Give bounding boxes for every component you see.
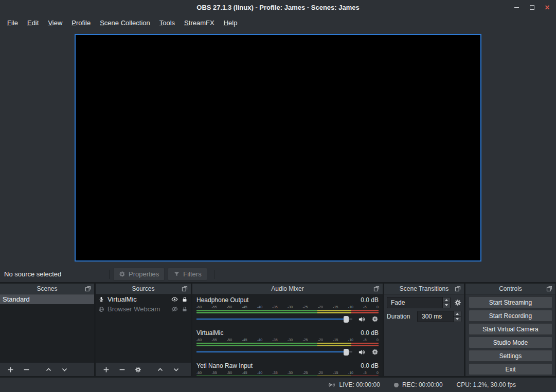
gear-icon[interactable] [371, 315, 379, 323]
move-source-up-button[interactable] [154, 364, 166, 375]
no-source-label: No source selected [4, 270, 105, 278]
audio-mixer-dock: Audio Mixer Headphone Output 0.0 dB -60-… [192, 284, 383, 376]
move-scene-up-button[interactable] [43, 364, 54, 375]
slider-handle[interactable] [344, 316, 349, 323]
popout-icon[interactable] [373, 286, 380, 292]
minus-icon [23, 366, 30, 373]
plus-icon [103, 366, 110, 373]
toolbar-divider [109, 270, 110, 279]
sources-dock-header: Sources [96, 284, 191, 294]
chevron-up-icon [45, 366, 52, 373]
close-button[interactable]: × [544, 4, 551, 11]
window-controls: × [513, 0, 551, 15]
cpu-fps-text: CPU: 1.2%, 30.00 fps [457, 381, 516, 388]
rec-time: REC: 00:00:00 [402, 381, 443, 388]
spinbox-arrows [453, 311, 461, 322]
chevron-up-icon [157, 366, 164, 373]
level-meter [196, 312, 379, 313]
duration-spinbox[interactable]: 300 ms [417, 311, 461, 322]
channel-header: Headphone Output 0.0 dB [196, 296, 379, 304]
start-recording-button[interactable]: Start Recording [469, 310, 552, 322]
duration-label: Duration [387, 313, 414, 320]
cpu-status: CPU: 1.2%, 30.00 fps [457, 381, 516, 388]
popout-icon[interactable] [455, 286, 461, 292]
menu-profile[interactable]: Profile [67, 16, 95, 29]
volume-slider[interactable] [196, 316, 352, 323]
add-scene-button[interactable] [5, 364, 16, 375]
popout-icon[interactable] [182, 286, 188, 292]
source-item-browser-webcam[interactable]: Browser Webcam [96, 304, 191, 314]
menu-file[interactable]: File [3, 16, 23, 29]
filter-icon [173, 271, 180, 277]
volume-slider[interactable] [196, 349, 352, 356]
preview-canvas[interactable] [75, 34, 481, 262]
filters-button[interactable]: Filters [168, 268, 207, 281]
speaker-icon[interactable] [358, 315, 366, 323]
remove-scene-button[interactable] [21, 364, 32, 375]
scene-transitions-dock-header: Scene Transitions [384, 284, 464, 294]
menu-edit[interactable]: Edit [23, 16, 43, 29]
menu-scene-collection[interactable]: Scene Collection [95, 16, 155, 29]
filters-button-label: Filters [183, 270, 201, 278]
minimize-button[interactable] [513, 4, 520, 11]
sources-toolbar [96, 363, 191, 376]
gear-icon [119, 271, 125, 277]
scenes-list: Standard [0, 294, 94, 363]
duration-up-button[interactable] [454, 311, 461, 317]
menu-help[interactable]: Help [219, 16, 242, 29]
audio-mixer-dock-title: Audio Mixer [271, 285, 303, 292]
triangle-up-icon [456, 313, 459, 315]
plus-icon [7, 366, 14, 373]
source-name: Browser Webcam [107, 305, 168, 313]
menu-streamfx[interactable]: StreamFX [180, 16, 219, 29]
popout-icon[interactable] [85, 286, 91, 292]
lock-icon[interactable] [182, 306, 188, 312]
sources-dock-title: Sources [132, 285, 154, 292]
move-scene-down-button[interactable] [59, 364, 70, 375]
source-properties-button[interactable] [132, 364, 144, 375]
move-source-down-button[interactable] [170, 364, 182, 375]
settings-button[interactable]: Settings [469, 350, 552, 362]
eye-slash-icon[interactable] [171, 306, 178, 312]
eye-icon[interactable] [171, 296, 178, 303]
scene-item-standard[interactable]: Standard [0, 294, 94, 304]
gear-icon[interactable] [371, 348, 379, 356]
add-source-button[interactable] [100, 364, 112, 375]
duration-down-button[interactable] [454, 317, 461, 322]
volume-row [196, 348, 379, 356]
menu-tools[interactable]: Tools [155, 16, 180, 29]
channel-level-db: 0.0 dB [361, 296, 379, 304]
channel-level-db: 0.0 dB [361, 362, 379, 369]
source-toolbar: No source selected Properties Filters [0, 266, 556, 282]
properties-button[interactable]: Properties [113, 268, 165, 281]
microphone-icon [98, 296, 104, 303]
transition-row: Fade [387, 297, 461, 308]
start-streaming-button[interactable]: Start Streaming [469, 296, 552, 308]
start-virtual-camera-button[interactable]: Start Virtual Camera [469, 323, 552, 335]
gear-icon[interactable] [454, 299, 461, 306]
meter-scale: -60-55-50-45-40-35-30-25-20-15-10-50 [196, 338, 379, 342]
studio-mode-button[interactable]: Studio Mode [469, 337, 552, 348]
channel-level-db: 0.0 dB [361, 329, 379, 337]
lock-icon[interactable] [182, 296, 188, 303]
menu-view[interactable]: View [43, 16, 67, 29]
window-title: OBS 27.1.3 (linux) - Profile: James - Sc… [196, 4, 359, 11]
speaker-icon[interactable] [358, 348, 366, 356]
maximize-icon [530, 5, 534, 10]
statusbar: LIVE: 00:00:00 REC: 00:00:00 CPU: 1.2%, … [0, 378, 556, 392]
combo-down-button[interactable] [443, 303, 450, 308]
menubar: File Edit View Profile Scene Collection … [0, 15, 556, 30]
channel-header: VirtualMic 0.0 dB [196, 329, 379, 337]
remove-source-button[interactable] [116, 364, 128, 375]
scene-transitions-dock-title: Scene Transitions [400, 285, 449, 292]
exit-button[interactable]: Exit [469, 363, 552, 375]
preview-area [0, 30, 556, 266]
live-time: LIVE: 00:00:00 [339, 381, 380, 388]
slider-handle[interactable] [344, 349, 349, 356]
maximize-button[interactable] [528, 4, 535, 11]
transition-select[interactable]: Fade [387, 297, 451, 308]
combo-up-button[interactable] [443, 297, 450, 303]
globe-icon [98, 306, 104, 312]
source-item-virtualmic[interactable]: VirtualMic [96, 294, 191, 304]
popout-icon[interactable] [546, 286, 552, 292]
